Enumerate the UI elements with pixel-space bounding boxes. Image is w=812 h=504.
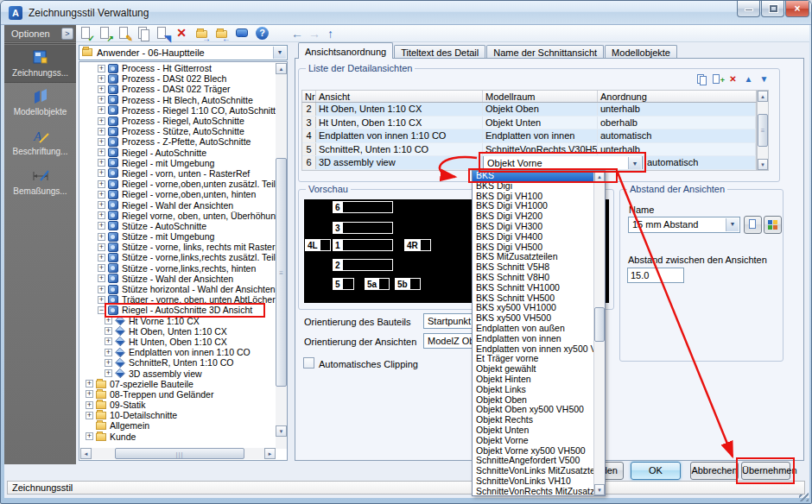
- dropdown-scroll-thumb[interactable]: [594, 307, 605, 342]
- dropdown-item[interactable]: BKS Schnitt V8H0: [473, 273, 594, 283]
- tree-item[interactable]: +Stütze - Wahl der Ansichten: [80, 274, 276, 284]
- dropdown-item[interactable]: BKS Schnitt V5H8: [473, 262, 594, 273]
- column-header-modellraum[interactable]: Modellraum: [483, 91, 598, 102]
- import-folder-icon[interactable]: →: [194, 26, 210, 41]
- expand-plus-icon[interactable]: +: [86, 401, 93, 409]
- dropdown-scrollbar[interactable]: ▲ ▼: [593, 171, 605, 495]
- tree-item[interactable]: +Process - Ht Gitterrost: [80, 63, 276, 73]
- paste-icon[interactable]: ◥: [155, 26, 170, 41]
- tree-item[interactable]: Allgemein: [80, 420, 276, 431]
- chevron-down-icon[interactable]: [628, 157, 641, 169]
- column-header-nr[interactable]: Nr: [302, 91, 316, 102]
- dropdown-item[interactable]: BKS Digi VH300: [473, 222, 594, 232]
- dropdown-item[interactable]: BKS Digi VH1000: [473, 201, 594, 211]
- tree-hscroll-thumb[interactable]: |||: [115, 448, 244, 459]
- dropdown-item[interactable]: BKS xy500 VH500: [473, 313, 594, 324]
- expand-plus-icon[interactable]: +: [98, 117, 105, 125]
- tree-item[interactable]: +08-Treppen und Geländer: [80, 389, 276, 400]
- auto-clipping-checkbox[interactable]: [303, 357, 314, 369]
- tree-item[interactable]: +Prozess - DASt 022 Träger: [80, 84, 276, 94]
- dropdown-item[interactable]: BKS xy500 VH1000: [473, 303, 594, 313]
- expand-plus-icon[interactable]: +: [105, 337, 112, 345]
- table-row[interactable]: 5SchnitteR, Unten 1:10 COSchnitteVonRech…: [302, 143, 756, 157]
- dropdown-item[interactable]: BKS Digi: [473, 181, 594, 192]
- table-row[interactable]: 63D assembly viewObjekt Vorneautomatisch: [302, 156, 756, 170]
- ok-button[interactable]: OK: [631, 462, 681, 480]
- dropdown-item[interactable]: Objekt Vorne xy500 VH500: [473, 446, 594, 457]
- dropdown-item[interactable]: Objekt Unten: [473, 425, 594, 436]
- expand-plus-icon[interactable]: +: [98, 254, 105, 261]
- feedback-icon[interactable]: [234, 26, 250, 41]
- scroll-down-icon[interactable]: ▼: [758, 159, 768, 170]
- tree-item[interactable]: +Riegel - mit Umgebung: [80, 158, 276, 168]
- expand-plus-icon[interactable]: +: [86, 380, 93, 387]
- tree-item[interactable]: +Endplatten von innen 1:10 CO: [80, 347, 276, 357]
- tree-scroll-thumb[interactable]: ≡: [276, 158, 287, 387]
- expand-plus-icon[interactable]: +: [98, 75, 105, 83]
- expand-plus-icon[interactable]: +: [98, 106, 105, 114]
- dropdown-item[interactable]: BKS Schnitt VH500: [473, 293, 594, 304]
- tree-item[interactable]: +07-spezielle Bauteile: [80, 379, 276, 389]
- dropdown-item[interactable]: BKS Digi VH100: [473, 192, 594, 202]
- tree-item[interactable]: +Prozess - Ht Blech, AutoSchnitte: [80, 95, 276, 105]
- expand-plus-icon[interactable]: +: [98, 274, 105, 282]
- expand-plus-icon[interactable]: +: [98, 201, 105, 209]
- new-distance-button[interactable]: [744, 216, 762, 234]
- delete-icon[interactable]: ✕: [174, 26, 189, 41]
- expand-plus-icon[interactable]: +: [98, 148, 105, 156]
- titlebar[interactable]: A Zeichnungsstil Verwaltung ×: [1, 1, 812, 25]
- dropdown-item[interactable]: BKS MitZusatzteilen: [473, 252, 594, 262]
- tree-item[interactable]: +Riegel - vorne,oben,unten, hinten: [80, 189, 276, 199]
- sidebar-item-modellobjekte[interactable]: Modellobjekte: [4, 83, 76, 123]
- add-view-icon[interactable]: +: [711, 73, 724, 85]
- expand-plus-icon[interactable]: +: [86, 432, 93, 440]
- dropdown-item-bks[interactable]: BKS: [473, 171, 594, 181]
- close-button[interactable]: ×: [785, 1, 809, 17]
- tree-item[interactable]: +09-Statik: [80, 400, 276, 410]
- expand-plus-icon[interactable]: +: [98, 180, 105, 188]
- scroll-up-icon[interactable]: ▲: [758, 91, 768, 102]
- expand-plus-icon[interactable]: +: [105, 327, 112, 335]
- expand-plus-icon[interactable]: +: [98, 243, 105, 251]
- dropdown-item[interactable]: SchnitteVonLinks VH10: [473, 476, 594, 487]
- options-header[interactable]: Optionen >: [4, 25, 76, 42]
- column-header-anordnung[interactable]: Anordnung: [598, 91, 756, 102]
- table-row[interactable]: 2Ht Oben, Unten 1:10 CXObjekt Obenunterh…: [302, 103, 756, 117]
- tree-item[interactable]: +Ht Vorne 1:10 CX: [80, 316, 276, 326]
- tree-item[interactable]: −Riegel - AutoSchnitte 3D Ansicht: [80, 305, 276, 315]
- expand-plus-icon[interactable]: +: [98, 211, 105, 219]
- uebernehmen-button[interactable]: Übernehmen: [741, 462, 790, 480]
- tree-horizontal-scrollbar[interactable]: ◄ ||| ►: [80, 448, 276, 459]
- table-row[interactable]: 3Ht Unten, Oben 1:10 CXObjekt Untenoberh…: [302, 117, 756, 130]
- distance-table-button[interactable]: [764, 216, 782, 234]
- scroll-right-icon[interactable]: ►: [264, 448, 276, 459]
- tree-item[interactable]: +Ht Oben, Unten 1:10 CX: [80, 326, 276, 337]
- dropdown-item[interactable]: Objekt Hinten: [473, 375, 594, 385]
- tree-item[interactable]: +Stütze - vorne,links,rechts zusätzl. Te…: [80, 252, 276, 262]
- tree-item[interactable]: +Riegel - AutoSchnitte: [80, 148, 276, 158]
- style-folder-combobox[interactable]: Anwender - 06-Hauptteile: [79, 45, 288, 60]
- dropdown-item[interactable]: BKS Digi VH200: [473, 211, 594, 222]
- minimize-button[interactable]: [737, 1, 760, 17]
- tree-item[interactable]: +Prozess - Stütze, AutoSchnitte: [80, 126, 276, 136]
- dropdown-item[interactable]: Endplatten von innen: [473, 334, 594, 344]
- tree-item[interactable]: +Ht Unten, Oben 1:10 CX: [80, 337, 276, 347]
- dropdown-item[interactable]: Endplatten von innen xy500 VH500: [473, 344, 594, 355]
- collapse-minus-icon[interactable]: −: [98, 306, 105, 314]
- distance-between-input[interactable]: 15.0: [627, 268, 684, 283]
- expand-plus-icon[interactable]: +: [98, 138, 105, 146]
- dropdown-item[interactable]: SchnitteVonLinks MitZusatzteilen: [473, 466, 594, 476]
- expand-plus-icon[interactable]: +: [105, 359, 112, 367]
- tree-item[interactable]: +Kunde: [80, 432, 276, 442]
- table-vertical-scrollbar[interactable]: ▲ ≡ ▼: [757, 90, 769, 171]
- tree-item[interactable]: +Stütze horizontal - Wahl der Ansichten: [80, 284, 276, 294]
- tab-name-der-schnittansicht[interactable]: Name der Schnittansicht: [486, 45, 604, 59]
- chevron-down-icon[interactable]: [726, 218, 739, 231]
- expand-plus-icon[interactable]: +: [86, 390, 93, 398]
- style-new-icon[interactable]: ✎: [117, 26, 132, 41]
- scroll-up-icon[interactable]: ▲: [594, 171, 605, 182]
- dropdown-item[interactable]: BKS Schnitt VH1000: [473, 283, 594, 293]
- modellraum-cell-combobox[interactable]: Objekt Vorne: [483, 156, 643, 169]
- expand-plus-icon[interactable]: +: [105, 369, 112, 377]
- dropdown-item[interactable]: SchnitteAngefordert V500: [473, 456, 594, 466]
